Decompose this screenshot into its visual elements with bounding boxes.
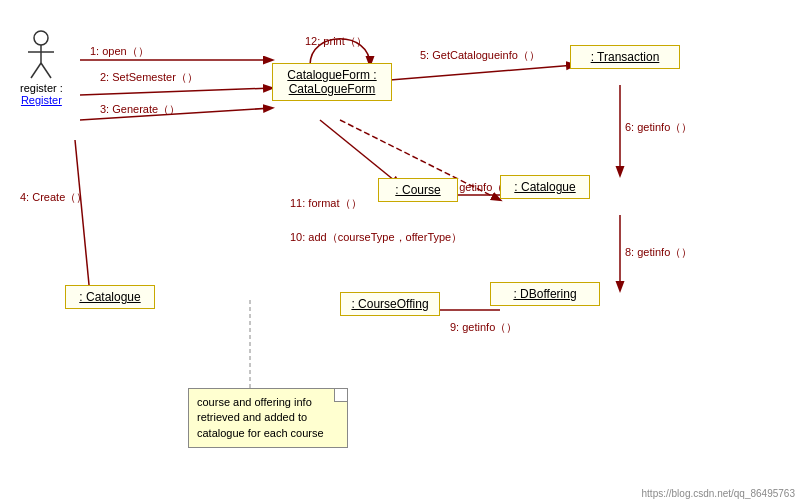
courseoffing-box: : CourseOffing [340, 292, 440, 316]
arrow-label-9: 9: getinfo（） [450, 320, 517, 335]
course-box: : Course [378, 178, 458, 202]
arrow-label-2: 2: SetSemester（） [100, 70, 198, 85]
catalogue-bottom-box: : Catalogue [65, 285, 155, 309]
actor-label-line2: Register [20, 94, 63, 106]
arrow-label-11: 11: format（） [290, 196, 362, 211]
svg-line-10 [320, 120, 400, 185]
note-box: course and offering info retrieved and a… [188, 388, 348, 448]
svg-line-16 [41, 63, 51, 78]
actor: register : Register [20, 30, 63, 106]
arrow-label-6: 6: getinfo（） [625, 120, 692, 135]
course-title: : Course [387, 183, 449, 197]
courseoffing-title: : CourseOffing [349, 297, 431, 311]
arrow-label-10: 10: add（courseType，offerType） [290, 230, 462, 245]
transaction-title: : Transaction [579, 50, 671, 64]
catalogue-bottom-title: : Catalogue [74, 290, 146, 304]
catalogue-right-title: : Catalogue [509, 180, 581, 194]
svg-line-4 [390, 65, 575, 80]
arrow-label-1: 1: open（） [90, 44, 149, 59]
svg-line-1 [80, 88, 272, 95]
arrow-label-12: 12: print（） [305, 34, 367, 49]
dboffering-box: : DBoffering [490, 282, 600, 306]
dboffering-title: : DBoffering [499, 287, 591, 301]
svg-line-3 [75, 140, 90, 295]
note-text: course and offering info retrieved and a… [197, 396, 324, 439]
arrow-label-3: 3: Generate（） [100, 102, 180, 117]
svg-line-15 [31, 63, 41, 78]
catalogue-form-title2: CataLogueForm [281, 82, 383, 96]
catalogue-right-box: : Catalogue [500, 175, 590, 199]
diagram: register : Register 1: open（） 2: SetSeme… [0, 0, 800, 504]
actor-label-line1: register : [20, 82, 63, 94]
transaction-box: : Transaction [570, 45, 680, 69]
arrow-label-4: 4: Create（） [20, 190, 87, 205]
catalogue-form-title1: CatalogueForm : [281, 68, 383, 82]
svg-point-12 [34, 31, 48, 45]
catalogue-form-box: CatalogueForm : CataLogueForm [272, 63, 392, 101]
arrow-label-8: 8: getinfo（） [625, 245, 692, 260]
watermark: https://blog.csdn.net/qq_86495763 [642, 488, 795, 499]
arrow-label-5: 5: GetCatalogueinfo（） [420, 48, 540, 63]
